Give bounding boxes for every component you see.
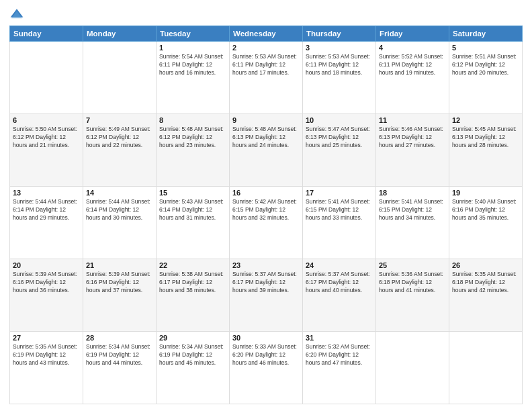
day-info: Sunrise: 5:51 AM Sunset: 6:12 PM Dayligh…	[452, 53, 519, 77]
calendar-row-2: 6Sunrise: 5:50 AM Sunset: 6:12 PM Daylig…	[10, 114, 523, 187]
col-saturday: Saturday	[449, 26, 523, 42]
col-thursday: Thursday	[303, 26, 376, 42]
day-info: Sunrise: 5:42 AM Sunset: 6:15 PM Dayligh…	[232, 198, 300, 222]
table-row: 30Sunrise: 5:33 AM Sunset: 6:20 PM Dayli…	[230, 332, 303, 404]
day-number: 27	[13, 334, 80, 342]
day-number: 21	[86, 261, 153, 269]
table-row: 26Sunrise: 5:35 AM Sunset: 6:18 PM Dayli…	[449, 259, 523, 332]
logo	[9, 7, 27, 21]
day-info: Sunrise: 5:53 AM Sunset: 6:11 PM Dayligh…	[306, 53, 373, 77]
day-number: 15	[159, 189, 226, 197]
table-row: 17Sunrise: 5:41 AM Sunset: 6:15 PM Dayli…	[303, 187, 376, 259]
table-row: 2Sunrise: 5:53 AM Sunset: 6:11 PM Daylig…	[230, 42, 303, 114]
col-friday: Friday	[376, 26, 449, 42]
table-row: 6Sunrise: 5:50 AM Sunset: 6:12 PM Daylig…	[10, 114, 83, 187]
day-info: Sunrise: 5:37 AM Sunset: 6:17 PM Dayligh…	[306, 271, 373, 295]
day-number: 25	[379, 261, 446, 269]
table-row: 5Sunrise: 5:51 AM Sunset: 6:12 PM Daylig…	[449, 42, 523, 114]
day-number: 7	[86, 116, 153, 124]
table-row: 13Sunrise: 5:44 AM Sunset: 6:14 PM Dayli…	[10, 187, 83, 259]
day-info: Sunrise: 5:41 AM Sunset: 6:15 PM Dayligh…	[379, 198, 446, 222]
day-info: Sunrise: 5:48 AM Sunset: 6:12 PM Dayligh…	[159, 126, 226, 150]
table-row: 21Sunrise: 5:39 AM Sunset: 6:16 PM Dayli…	[83, 259, 157, 332]
day-info: Sunrise: 5:47 AM Sunset: 6:13 PM Dayligh…	[306, 126, 373, 150]
day-number: 17	[306, 189, 373, 197]
col-tuesday: Tuesday	[157, 26, 230, 42]
day-number: 8	[159, 116, 226, 124]
calendar: Sunday Monday Tuesday Wednesday Thursday…	[9, 26, 523, 404]
day-number: 10	[306, 116, 373, 124]
day-info: Sunrise: 5:54 AM Sunset: 6:11 PM Dayligh…	[159, 53, 226, 77]
day-info: Sunrise: 5:46 AM Sunset: 6:13 PM Dayligh…	[379, 126, 446, 150]
day-info: Sunrise: 5:39 AM Sunset: 6:16 PM Dayligh…	[86, 271, 153, 295]
day-info: Sunrise: 5:48 AM Sunset: 6:13 PM Dayligh…	[232, 126, 300, 150]
day-info: Sunrise: 5:45 AM Sunset: 6:13 PM Dayligh…	[452, 126, 519, 150]
day-number: 2	[232, 44, 300, 52]
table-row	[83, 42, 157, 114]
table-row: 1Sunrise: 5:54 AM Sunset: 6:11 PM Daylig…	[157, 42, 230, 114]
day-number: 11	[379, 116, 446, 124]
day-info: Sunrise: 5:36 AM Sunset: 6:18 PM Dayligh…	[379, 271, 446, 295]
table-row: 18Sunrise: 5:41 AM Sunset: 6:15 PM Dayli…	[376, 187, 449, 259]
day-number: 13	[13, 189, 80, 197]
table-row: 10Sunrise: 5:47 AM Sunset: 6:13 PM Dayli…	[303, 114, 376, 187]
table-row: 14Sunrise: 5:44 AM Sunset: 6:14 PM Dayli…	[83, 187, 157, 259]
day-info: Sunrise: 5:34 AM Sunset: 6:19 PM Dayligh…	[86, 343, 153, 367]
table-row: 7Sunrise: 5:49 AM Sunset: 6:12 PM Daylig…	[83, 114, 157, 187]
day-info: Sunrise: 5:38 AM Sunset: 6:17 PM Dayligh…	[159, 271, 226, 295]
day-number: 3	[306, 44, 373, 52]
day-number: 18	[379, 189, 446, 197]
table-row: 20Sunrise: 5:39 AM Sunset: 6:16 PM Dayli…	[10, 259, 83, 332]
table-row: 27Sunrise: 5:35 AM Sunset: 6:19 PM Dayli…	[10, 332, 83, 404]
day-info: Sunrise: 5:39 AM Sunset: 6:16 PM Dayligh…	[13, 271, 80, 295]
day-info: Sunrise: 5:44 AM Sunset: 6:14 PM Dayligh…	[13, 198, 80, 222]
day-number: 1	[159, 44, 226, 52]
day-info: Sunrise: 5:40 AM Sunset: 6:16 PM Dayligh…	[452, 198, 519, 222]
day-number: 22	[159, 261, 226, 269]
day-number: 26	[452, 261, 519, 269]
page: Sunday Monday Tuesday Wednesday Thursday…	[0, 0, 532, 411]
day-number: 19	[452, 189, 519, 197]
day-info: Sunrise: 5:44 AM Sunset: 6:14 PM Dayligh…	[86, 198, 153, 222]
table-row: 22Sunrise: 5:38 AM Sunset: 6:17 PM Dayli…	[157, 259, 230, 332]
day-info: Sunrise: 5:32 AM Sunset: 6:20 PM Dayligh…	[306, 343, 373, 367]
day-info: Sunrise: 5:49 AM Sunset: 6:12 PM Dayligh…	[86, 126, 153, 150]
table-row: 25Sunrise: 5:36 AM Sunset: 6:18 PM Dayli…	[376, 259, 449, 332]
day-number: 16	[232, 189, 300, 197]
table-row	[376, 332, 449, 404]
day-info: Sunrise: 5:35 AM Sunset: 6:18 PM Dayligh…	[452, 271, 519, 295]
day-number: 4	[379, 44, 446, 52]
day-info: Sunrise: 5:52 AM Sunset: 6:11 PM Dayligh…	[379, 53, 446, 77]
col-sunday: Sunday	[10, 26, 83, 42]
day-number: 29	[159, 334, 226, 342]
day-info: Sunrise: 5:53 AM Sunset: 6:11 PM Dayligh…	[232, 53, 300, 77]
table-row: 16Sunrise: 5:42 AM Sunset: 6:15 PM Dayli…	[230, 187, 303, 259]
calendar-row-1: 1Sunrise: 5:54 AM Sunset: 6:11 PM Daylig…	[10, 42, 523, 114]
day-info: Sunrise: 5:50 AM Sunset: 6:12 PM Dayligh…	[13, 126, 80, 150]
table-row: 24Sunrise: 5:37 AM Sunset: 6:17 PM Dayli…	[303, 259, 376, 332]
col-monday: Monday	[83, 26, 157, 42]
day-number: 30	[232, 334, 300, 342]
table-row: 19Sunrise: 5:40 AM Sunset: 6:16 PM Dayli…	[449, 187, 523, 259]
day-number: 6	[13, 116, 80, 124]
table-row: 15Sunrise: 5:43 AM Sunset: 6:14 PM Dayli…	[157, 187, 230, 259]
table-row: 31Sunrise: 5:32 AM Sunset: 6:20 PM Dayli…	[303, 332, 376, 404]
day-number: 28	[86, 334, 153, 342]
header-row: Sunday Monday Tuesday Wednesday Thursday…	[10, 26, 523, 42]
day-number: 31	[306, 334, 373, 342]
table-row: 23Sunrise: 5:37 AM Sunset: 6:17 PM Dayli…	[230, 259, 303, 332]
day-number: 5	[452, 44, 519, 52]
table-row: 8Sunrise: 5:48 AM Sunset: 6:12 PM Daylig…	[157, 114, 230, 187]
day-number: 24	[306, 261, 373, 269]
table-row	[449, 332, 523, 404]
day-number: 9	[232, 116, 300, 124]
calendar-row-4: 20Sunrise: 5:39 AM Sunset: 6:16 PM Dayli…	[10, 259, 523, 332]
table-row: 4Sunrise: 5:52 AM Sunset: 6:11 PM Daylig…	[376, 42, 449, 114]
day-info: Sunrise: 5:34 AM Sunset: 6:19 PM Dayligh…	[159, 343, 226, 367]
table-row: 28Sunrise: 5:34 AM Sunset: 6:19 PM Dayli…	[83, 332, 157, 404]
logo-icon	[9, 7, 24, 21]
table-row: 3Sunrise: 5:53 AM Sunset: 6:11 PM Daylig…	[303, 42, 376, 114]
day-info: Sunrise: 5:43 AM Sunset: 6:14 PM Dayligh…	[159, 198, 226, 222]
table-row	[10, 42, 83, 114]
day-info: Sunrise: 5:33 AM Sunset: 6:20 PM Dayligh…	[232, 343, 300, 367]
